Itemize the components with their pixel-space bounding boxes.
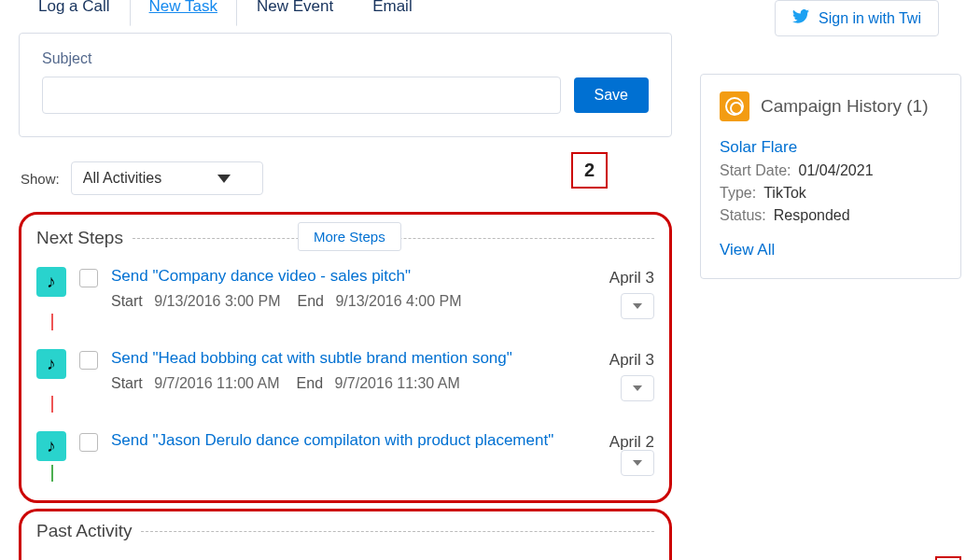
activity-checkbox[interactable] (79, 351, 98, 370)
show-label: Show: (21, 171, 60, 187)
new-task-form: Subject Save (19, 33, 672, 137)
next-steps-title: Next Steps (36, 228, 123, 248)
activity-date: April 2 (589, 433, 654, 452)
activity-date: April 3 (589, 269, 654, 287)
activity-date: April 3 (589, 351, 654, 370)
activity-link[interactable]: Send "Head bobbing cat with subtle brand… (111, 349, 576, 368)
campaign-history-card: Campaign History (1) Solar Flare Start D… (700, 74, 961, 279)
save-button[interactable]: Save (574, 77, 649, 113)
activity-item: ♪ Send "Company dance video - sales pitc… (36, 267, 654, 310)
activity-menu-button[interactable] (621, 450, 654, 476)
view-all-link[interactable]: View All (720, 241, 942, 259)
tab-log-call[interactable]: Log a Call (19, 0, 130, 26)
chevron-down-icon (633, 460, 642, 466)
past-activity-title: Past Activity (36, 521, 132, 541)
chevron-down-icon (633, 385, 642, 391)
campaign-history-title: Campaign History (1) (761, 96, 929, 117)
activity-menu-button[interactable] (621, 375, 654, 401)
tab-new-event[interactable]: New Event (237, 0, 353, 26)
twitter-icon (792, 8, 809, 28)
tiktok-icon: ♪ (36, 349, 66, 379)
callout-marker-2: 2 (571, 152, 608, 189)
timeline-connector (51, 396, 53, 413)
tiktok-icon: ♪ (36, 431, 66, 461)
activity-menu-button[interactable] (621, 293, 654, 319)
activity-filter-select[interactable]: All Activities (71, 161, 263, 195)
sign-in-twitter-button[interactable]: Sign in with Twi (775, 0, 939, 36)
activity-tabs: Log a Call New Task New Event Email (19, 0, 672, 27)
more-steps-button[interactable]: More Steps (298, 222, 401, 251)
subject-input[interactable] (42, 77, 561, 114)
activity-item: ♪ Send "Head bobbing cat with subtle bra… (36, 349, 654, 392)
tab-email[interactable]: Email (353, 0, 432, 26)
next-steps-panel: Next Steps More Steps ♪ Send "Company da… (19, 212, 672, 503)
campaign-link[interactable]: Solar Flare (720, 138, 942, 157)
tiktok-icon: ♪ (36, 267, 66, 297)
filter-selected-value: All Activities (83, 170, 161, 187)
type-label: Type: (720, 185, 756, 202)
tab-new-task[interactable]: New Task (130, 0, 237, 26)
activity-item: ♪ Send "Jason Derulo dance compilaton wi… (36, 431, 654, 461)
chevron-down-icon (633, 303, 642, 309)
chevron-down-icon (217, 175, 231, 183)
campaign-icon (720, 91, 749, 121)
activity-checkbox[interactable] (79, 433, 98, 452)
divider (141, 531, 654, 532)
start-date-value: 01/04/2021 (798, 162, 873, 179)
status-label: Status: (720, 207, 766, 224)
twitter-label: Sign in with Twi (819, 10, 921, 27)
past-activity-panel: Past Activity (19, 509, 672, 560)
timeline-connector (51, 465, 53, 482)
activity-link[interactable]: Send "Jason Derulo dance compilaton with… (111, 431, 576, 450)
status-value: Responded (774, 207, 850, 224)
activity-checkbox[interactable] (79, 269, 98, 287)
type-value: TikTok (763, 185, 806, 202)
callout-marker (935, 556, 961, 560)
activity-link[interactable]: Send "Company dance video - sales pitch" (111, 267, 576, 286)
timeline-connector (51, 314, 53, 330)
subject-label: Subject (42, 50, 649, 67)
start-date-label: Start Date: (720, 162, 791, 179)
